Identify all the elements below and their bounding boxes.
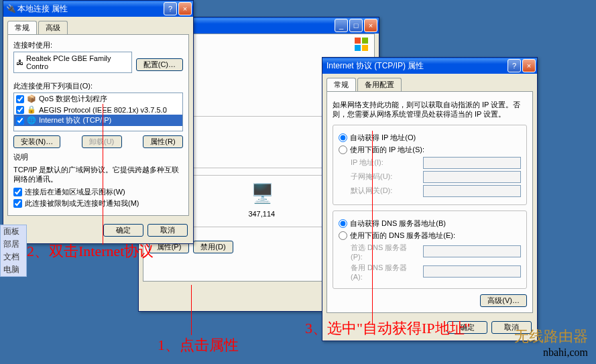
mask-input xyxy=(423,171,521,183)
notify-label: 此连接被限制或无连接时通知我(M) xyxy=(25,198,139,208)
tcpip-window: Internet 协议 (TCP/IP) 属性 ? × 常规 备用配置 如果网络… xyxy=(322,57,538,341)
item-checkbox[interactable] xyxy=(16,106,24,114)
list-item-tcpip[interactable]: 🌐Internet 协议 (TCP/IP) xyxy=(14,115,182,126)
desc-head: 说明 xyxy=(13,152,183,162)
minimize-icon[interactable]: _ xyxy=(335,19,348,32)
tcpip-title: Internet 协议 (TCP/IP) 属性 xyxy=(325,60,508,72)
tab-alternate[interactable]: 备用配置 xyxy=(357,78,402,91)
ip-input xyxy=(423,157,521,169)
watermark-line1: 无线路由器 xyxy=(514,326,588,347)
show-icon-checkbox[interactable] xyxy=(13,188,22,196)
item-checkbox[interactable] xyxy=(16,95,24,103)
sidebar-item[interactable]: 文档 xyxy=(1,251,26,263)
item-checkbox[interactable] xyxy=(16,117,24,125)
svg-rect-1 xyxy=(362,38,368,44)
dns1-input xyxy=(423,245,521,257)
sidebar-item[interactable]: 面板 xyxy=(1,225,26,238)
dns1-label: 首选 DNS 服务器(P): xyxy=(351,243,418,261)
tab-general[interactable]: 常规 xyxy=(7,21,37,34)
network-icon: 🔌 xyxy=(6,4,16,13)
sidebar: 面板 部居 文档 电脑 xyxy=(0,225,27,277)
nic-name: Realtek PCIe GBE Family Contro xyxy=(26,54,129,70)
auto-ip-label: 自动获得 IP 地址(O) xyxy=(350,133,416,143)
item-label: QoS 数据包计划程序 xyxy=(39,94,107,104)
svg-rect-2 xyxy=(355,45,361,51)
desc-text: TCP/IP 是默认的广域网协议。它提供跨越多种互联网络的通讯。 xyxy=(13,165,183,184)
lan-titlebar: 🔌 本地连接 属性 ? × xyxy=(3,1,193,17)
gw-input xyxy=(423,185,521,197)
help-icon[interactable]: ? xyxy=(164,2,177,15)
list-item[interactable]: 🔒AEGIS Protocol (IEEE 802.1x) v3.7.5.0 xyxy=(14,105,182,115)
ok-button[interactable]: 确定 xyxy=(447,321,487,334)
svg-rect-0 xyxy=(355,38,361,44)
auto-ip-radio[interactable] xyxy=(339,133,347,142)
components-list[interactable]: 📦QoS 数据包计划程序 🔒AEGIS Protocol (IEEE 802.1… xyxy=(13,93,183,131)
status-disable-button[interactable]: 禁用(D) xyxy=(193,241,233,253)
mask-label: 子网掩码(U): xyxy=(351,172,418,182)
lan-props-button[interactable]: 属性(R) xyxy=(143,135,183,148)
uninstall-button[interactable]: 卸载(U) xyxy=(82,135,122,148)
tcpip-icon: 🌐 xyxy=(27,116,36,125)
dns2-label: 备用 DNS 服务器(A): xyxy=(351,263,418,281)
sidebar-item[interactable]: 部居 xyxy=(1,238,26,251)
annotation-2: 2、双击Internet协议 xyxy=(27,241,154,261)
maximize-icon[interactable]: □ xyxy=(349,19,363,32)
cancel-button[interactable]: 取消 xyxy=(147,224,188,237)
qos-icon: 📦 xyxy=(27,95,36,103)
close-icon[interactable]: × xyxy=(522,59,536,72)
aegis-icon: 🔒 xyxy=(27,105,36,114)
show-icon-label: 连接后在通知区域显示图标(W) xyxy=(25,187,125,197)
watermark-line2: nbahi,com xyxy=(514,347,588,359)
notify-checkbox[interactable] xyxy=(13,199,22,208)
item-label: AEGIS Protocol (IEEE 802.1x) v3.7.5.0 xyxy=(39,106,167,114)
install-button[interactable]: 安装(N)… xyxy=(13,135,60,148)
tab-advanced[interactable]: 高级 xyxy=(38,21,68,34)
sidebar-item[interactable]: 电脑 xyxy=(1,263,26,276)
dns2-input xyxy=(423,265,521,278)
close-icon[interactable]: × xyxy=(178,2,192,15)
nic-icon: 🖧 xyxy=(16,58,23,66)
close-icon[interactable]: × xyxy=(364,19,377,32)
configure-button[interactable]: 配置(C)… xyxy=(136,58,183,71)
items-label: 此连接使用下列项目(O): xyxy=(13,81,183,91)
advanced-button[interactable]: 高级(V)… xyxy=(480,294,527,307)
lan-props-window: 🔌 本地连接 属性 ? × 常规 高级 连接时使用: 🖧 Realtek PCI… xyxy=(3,0,194,244)
ok-button[interactable]: 确定 xyxy=(103,224,143,237)
item-label: Internet 协议 (TCP/IP) xyxy=(39,115,111,125)
tcpip-titlebar: Internet 协议 (TCP/IP) 属性 ? × xyxy=(322,58,537,74)
xp-flag-icon xyxy=(354,37,369,52)
gw-label: 默认网关(D): xyxy=(351,186,418,196)
help-icon[interactable]: ? xyxy=(508,59,521,72)
connect-using-label: 连接时使用: xyxy=(13,40,183,50)
manual-ip-radio[interactable] xyxy=(339,145,347,154)
auto-dns-radio[interactable] xyxy=(339,219,347,228)
annotation-1: 1、点击属性 xyxy=(158,335,239,355)
manual-dns-radio[interactable] xyxy=(339,231,347,240)
ip-label: IP 地址(I): xyxy=(351,158,418,168)
network-icon: 🖥️ xyxy=(251,182,274,204)
svg-rect-3 xyxy=(362,45,368,51)
tcpip-desc: 如果网络支持此功能，则可以获取自动指派的 IP 设置。否则，您需要从网络系统管理… xyxy=(333,100,527,119)
watermark: 无线路由器 nbahi,com xyxy=(514,326,588,359)
auto-dns-label: 自动获得 DNS 服务器地址(B) xyxy=(350,219,446,229)
manual-dns-label: 使用下面的 DNS 服务器地址(E): xyxy=(350,231,455,241)
manual-ip-label: 使用下面的 IP 地址(S): xyxy=(350,145,424,155)
tab-general[interactable]: 常规 xyxy=(326,78,356,91)
list-item[interactable]: 📦QoS 数据包计划程序 xyxy=(14,93,182,105)
lan-title: 本地连接 属性 xyxy=(16,3,164,15)
packets-sent: 347,114 xyxy=(248,210,275,220)
